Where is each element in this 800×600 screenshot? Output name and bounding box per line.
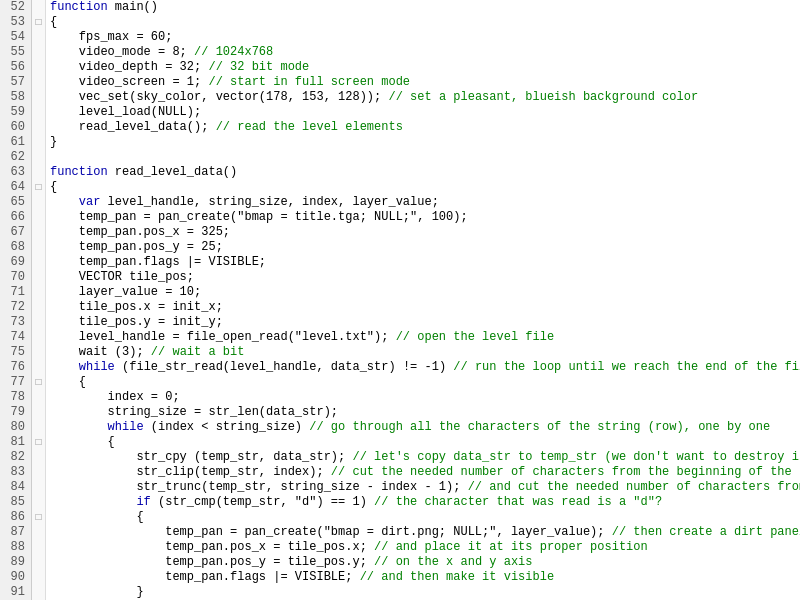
code-line: while (index < string_size) // go throug…: [50, 420, 800, 435]
collapse-marker: [32, 465, 45, 480]
collapse-marker: [32, 135, 45, 150]
line-number: 58: [6, 90, 25, 105]
code-line: temp_pan.pos_x = tile_pos.x; // and plac…: [50, 540, 800, 555]
collapse-marker: [32, 585, 45, 600]
code-line: temp_pan = pan_create("bmap = title.tga;…: [50, 210, 800, 225]
line-number: 61: [6, 135, 25, 150]
collapse-marker: [32, 285, 45, 300]
code-line: if (str_cmp(temp_str, "d") == 1) // the …: [50, 495, 800, 510]
code-line: string_size = str_len(data_str);: [50, 405, 800, 420]
collapse-marker: [32, 480, 45, 495]
code-line: temp_pan.flags |= VISIBLE;: [50, 255, 800, 270]
line-number: 68: [6, 240, 25, 255]
code-line: temp_pan.pos_x = 325;: [50, 225, 800, 240]
line-number: 71: [6, 285, 25, 300]
collapse-marker: [32, 255, 45, 270]
code-content: function main(){ fps_max = 60; video_mod…: [46, 0, 800, 600]
line-number: 53: [6, 15, 25, 30]
collapse-marker: [32, 390, 45, 405]
line-number: 90: [6, 570, 25, 585]
line-number: 57: [6, 75, 25, 90]
code-line: video_depth = 32; // 32 bit mode: [50, 60, 800, 75]
collapse-marker: [32, 495, 45, 510]
collapse-marker: [32, 210, 45, 225]
code-line: {: [50, 435, 800, 450]
code-line: while (file_str_read(level_handle, data_…: [50, 360, 800, 375]
line-number: 87: [6, 525, 25, 540]
line-number: 73: [6, 315, 25, 330]
line-number: 59: [6, 105, 25, 120]
collapse-marker: [32, 525, 45, 540]
line-number: 55: [6, 45, 25, 60]
collapse-marker: [32, 0, 45, 15]
line-number: 80: [6, 420, 25, 435]
collapse-marker: [32, 240, 45, 255]
code-line: function main(): [50, 0, 800, 15]
collapse-markers[interactable]: □□□□□: [32, 0, 46, 600]
line-number: 63: [6, 165, 25, 180]
code-line: temp_pan.pos_y = 25;: [50, 240, 800, 255]
line-number: 66: [6, 210, 25, 225]
code-line: }: [50, 585, 800, 600]
code-line: tile_pos.x = init_x;: [50, 300, 800, 315]
code-line: wait (3); // wait a bit: [50, 345, 800, 360]
line-number: 72: [6, 300, 25, 315]
collapse-marker: [32, 30, 45, 45]
collapse-marker: [32, 90, 45, 105]
collapse-marker: [32, 570, 45, 585]
code-line: var level_handle, string_size, index, la…: [50, 195, 800, 210]
collapse-marker[interactable]: □: [32, 15, 45, 30]
line-number: 52: [6, 0, 25, 15]
code-line: str_clip(temp_str, index); // cut the ne…: [50, 465, 800, 480]
line-number: 82: [6, 450, 25, 465]
line-number: 76: [6, 360, 25, 375]
line-number: 84: [6, 480, 25, 495]
collapse-marker: [32, 555, 45, 570]
code-line: temp_pan.pos_y = tile_pos.y; // on the x…: [50, 555, 800, 570]
code-line: {: [50, 180, 800, 195]
collapse-marker: [32, 405, 45, 420]
collapse-marker[interactable]: □: [32, 375, 45, 390]
collapse-marker: [32, 60, 45, 75]
code-line: str_trunc(temp_str, string_size - index …: [50, 480, 800, 495]
code-container: 5253545556575859606162636465666768697071…: [0, 0, 800, 600]
collapse-marker: [32, 150, 45, 165]
code-line: read_level_data(); // read the level ele…: [50, 120, 800, 135]
code-line: [50, 150, 800, 165]
collapse-marker: [32, 330, 45, 345]
code-line: video_screen = 1; // start in full scree…: [50, 75, 800, 90]
code-line: vec_set(sky_color, vector(178, 153, 128)…: [50, 90, 800, 105]
collapse-marker: [32, 165, 45, 180]
code-line: VECTOR tile_pos;: [50, 270, 800, 285]
line-number: 78: [6, 390, 25, 405]
line-number: 75: [6, 345, 25, 360]
line-number: 77: [6, 375, 25, 390]
collapse-marker[interactable]: □: [32, 435, 45, 450]
collapse-marker: [32, 195, 45, 210]
collapse-marker: [32, 270, 45, 285]
line-number: 81: [6, 435, 25, 450]
line-number: 85: [6, 495, 25, 510]
collapse-marker: [32, 105, 45, 120]
collapse-marker: [32, 300, 45, 315]
line-number: 60: [6, 120, 25, 135]
line-number: 88: [6, 540, 25, 555]
collapse-marker: [32, 540, 45, 555]
code-line: {: [50, 510, 800, 525]
code-line: layer_value = 10;: [50, 285, 800, 300]
line-number: 67: [6, 225, 25, 240]
line-number: 91: [6, 585, 25, 600]
collapse-marker: [32, 360, 45, 375]
line-number: 56: [6, 60, 25, 75]
collapse-marker: [32, 120, 45, 135]
line-number: 74: [6, 330, 25, 345]
collapse-marker: [32, 315, 45, 330]
collapse-marker: [32, 45, 45, 60]
code-line: video_mode = 8; // 1024x768: [50, 45, 800, 60]
line-numbers: 5253545556575859606162636465666768697071…: [0, 0, 32, 600]
code-line: fps_max = 60;: [50, 30, 800, 45]
collapse-marker[interactable]: □: [32, 180, 45, 195]
line-number: 83: [6, 465, 25, 480]
line-number: 62: [6, 150, 25, 165]
collapse-marker[interactable]: □: [32, 510, 45, 525]
